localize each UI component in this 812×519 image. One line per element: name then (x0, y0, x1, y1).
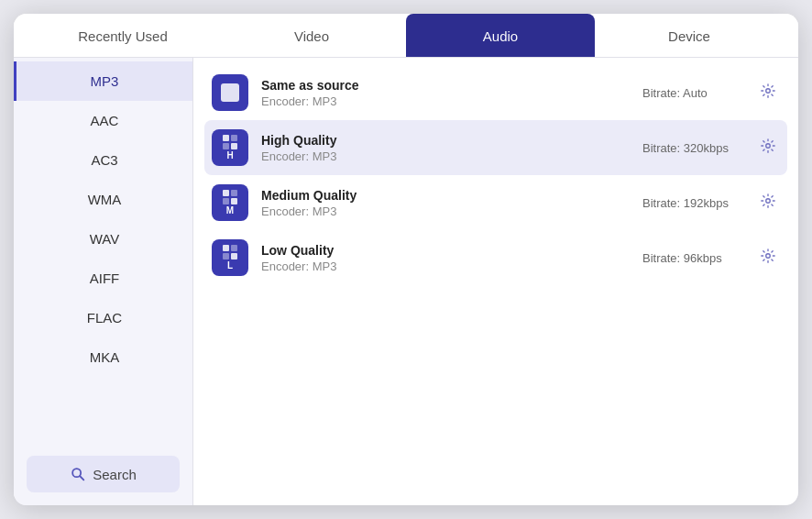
preset-info-low-quality: Low QualityEncoder: MP3 (261, 243, 630, 273)
preset-icon-grid-l: L (212, 239, 248, 276)
tab-device[interactable]: Device (595, 14, 784, 57)
sidebar-item-wav[interactable]: WAV (14, 219, 192, 259)
preset-bitrate-high-quality: Bitrate: 320kbps (642, 141, 743, 155)
search-label: Search (93, 467, 137, 482)
preset-encoder-low-quality: Encoder: MP3 (261, 260, 630, 273)
svg-point-2 (766, 89, 771, 94)
sidebar-item-aiff[interactable]: AIFF (14, 259, 192, 298)
preset-icon-grid-m: M (212, 184, 248, 221)
preset-info-medium-quality: Medium QualityEncoder: MP3 (261, 188, 630, 218)
svg-line-1 (80, 476, 83, 480)
tab-audio[interactable]: Audio (406, 14, 595, 57)
preset-encoder-high-quality: Encoder: MP3 (261, 149, 630, 163)
preset-name-same-as-source: Same as source (261, 78, 630, 93)
preset-settings-high-quality[interactable] (756, 134, 780, 161)
preset-icon-single (212, 74, 248, 111)
app-window: Recently UsedVideoAudioDevice MP3AACAC3W… (14, 14, 798, 505)
gear-icon (760, 83, 776, 99)
gear-icon (760, 248, 776, 264)
preset-name-high-quality: High Quality (261, 133, 630, 148)
preset-encoder-same-as-source: Encoder: MP3 (261, 94, 630, 108)
sidebar-search-area: Search (14, 447, 192, 505)
preset-settings-same-as-source[interactable] (756, 79, 780, 106)
svg-point-4 (766, 199, 771, 204)
gear-icon (760, 138, 776, 154)
preset-encoder-medium-quality: Encoder: MP3 (261, 204, 630, 218)
preset-bitrate-low-quality: Bitrate: 96kbps (642, 251, 743, 265)
sidebar-item-aac[interactable]: AAC (14, 101, 192, 140)
svg-point-3 (766, 144, 771, 149)
preset-bitrate-same-as-source: Bitrate: Auto (642, 86, 743, 100)
tab-recently-used[interactable]: Recently Used (28, 14, 217, 57)
preset-item-medium-quality[interactable]: M Medium QualityEncoder: MP3Bitrate: 192… (204, 175, 787, 230)
preset-name-medium-quality: Medium Quality (261, 188, 630, 203)
preset-item-low-quality[interactable]: L Low QualityEncoder: MP3Bitrate: 96kbps (204, 230, 787, 285)
tab-bar: Recently UsedVideoAudioDevice (14, 14, 798, 58)
gear-icon (760, 193, 776, 209)
search-button[interactable]: Search (27, 456, 180, 492)
preset-icon-grid-h: H (212, 129, 248, 166)
sidebar-item-ac3[interactable]: AC3 (14, 140, 192, 180)
search-icon (70, 466, 86, 482)
sidebar-item-mka[interactable]: MKA (14, 337, 192, 377)
preset-item-same-as-source[interactable]: Same as sourceEncoder: MP3Bitrate: Auto (204, 65, 787, 120)
main-content: MP3AACAC3WMAWAVAIFFFLACMKA Search Same a… (14, 58, 798, 505)
sidebar-item-wma[interactable]: WMA (14, 180, 192, 219)
preset-bitrate-medium-quality: Bitrate: 192kbps (642, 196, 743, 210)
preset-name-low-quality: Low Quality (261, 243, 630, 258)
preset-settings-low-quality[interactable] (756, 244, 780, 271)
sidebar-item-flac[interactable]: FLAC (14, 298, 192, 337)
sidebar-item-mp3[interactable]: MP3 (14, 61, 192, 101)
preset-list: Same as sourceEncoder: MP3Bitrate: Auto … (193, 58, 798, 505)
preset-info-same-as-source: Same as sourceEncoder: MP3 (261, 78, 630, 108)
preset-settings-medium-quality[interactable] (756, 189, 780, 216)
preset-item-high-quality[interactable]: H High QualityEncoder: MP3Bitrate: 320kb… (204, 120, 787, 175)
preset-info-high-quality: High QualityEncoder: MP3 (261, 133, 630, 163)
sidebar: MP3AACAC3WMAWAVAIFFFLACMKA Search (14, 58, 193, 505)
tab-video[interactable]: Video (217, 14, 406, 57)
svg-point-5 (766, 254, 771, 259)
